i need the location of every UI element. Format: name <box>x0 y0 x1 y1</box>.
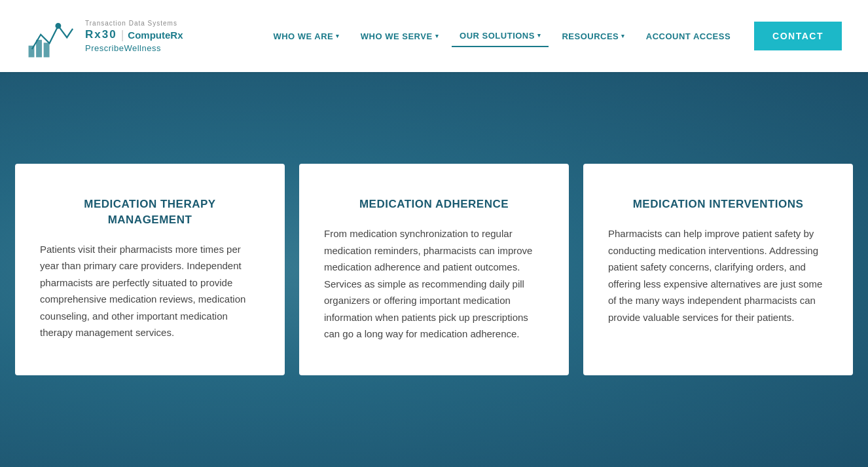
main-nav: WHO WE ARE ▾ WHO WE SERVE ▾ OUR SOLUTION… <box>265 22 842 50</box>
nav-item-resources[interactable]: RESOURCES ▾ <box>554 26 632 47</box>
main-content: MEDICATION THERAPY MANAGEMENT Patients v… <box>0 72 868 467</box>
logo-computerrx: ComputeRx <box>128 29 183 41</box>
logo-prescribewellness: PrescribeWellness <box>85 43 183 53</box>
card-body-medication-interventions: Pharmacists can help improve patient saf… <box>608 225 828 326</box>
card-title-medication-therapy: MEDICATION THERAPY MANAGEMENT <box>40 196 260 228</box>
card-title-medication-adherence: MEDICATION ADHERENCE <box>324 196 544 212</box>
logo-icon <box>26 13 79 59</box>
card-medication-therapy: MEDICATION THERAPY MANAGEMENT Patients v… <box>15 164 285 375</box>
chevron-down-icon: ▾ <box>537 32 541 39</box>
svg-rect-3 <box>45 43 49 56</box>
logo-tds-label: Transaction Data Systems <box>85 20 183 27</box>
card-title-medication-interventions: MEDICATION INTERVENTIONS <box>608 196 828 212</box>
chevron-down-icon: ▾ <box>435 33 439 39</box>
card-body-medication-therapy: Patients visit their pharmacists more ti… <box>40 241 260 341</box>
chevron-down-icon: ▾ <box>621 33 625 39</box>
card-medication-adherence: MEDICATION ADHERENCE From medication syn… <box>299 164 569 375</box>
logo-rx30: Rx30 <box>85 28 117 41</box>
card-body-medication-adherence: From medication synchronization to regul… <box>324 225 544 343</box>
nav-item-who-we-are[interactable]: WHO WE ARE ▾ <box>265 26 347 47</box>
contact-button[interactable]: CONTACT <box>754 22 842 50</box>
nav-item-our-solutions[interactable]: OUR SOLUTIONS ▾ <box>452 26 549 47</box>
card-medication-interventions: MEDICATION INTERVENTIONS Pharmacists can… <box>583 164 853 375</box>
logo-text-group: Transaction Data Systems Rx30 | ComputeR… <box>85 20 183 53</box>
svg-point-0 <box>56 24 60 28</box>
header: Transaction Data Systems Rx30 | ComputeR… <box>0 0 868 72</box>
svg-rect-2 <box>37 41 41 57</box>
nav-item-account-access[interactable]: ACCOUNT ACCESS <box>638 26 738 47</box>
nav-item-who-we-serve[interactable]: WHO WE SERVE ▾ <box>353 26 446 47</box>
svg-rect-1 <box>29 47 33 57</box>
logo-area: Transaction Data Systems Rx30 | ComputeR… <box>26 13 183 59</box>
chevron-down-icon: ▾ <box>336 33 340 39</box>
cards-container: MEDICATION THERAPY MANAGEMENT Patients v… <box>15 164 853 375</box>
